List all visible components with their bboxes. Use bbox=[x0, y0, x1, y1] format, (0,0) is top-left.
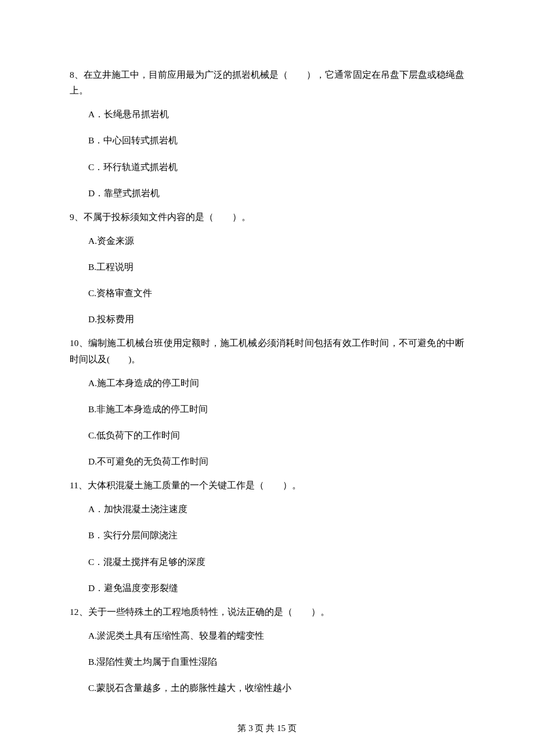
option-a: A．加快混凝土浇注速度 bbox=[70, 501, 464, 517]
option-a: A.施工本身造成的停工时间 bbox=[70, 375, 464, 391]
option-c: C．混凝土搅拌有足够的深度 bbox=[70, 554, 464, 570]
option-d: D.不可避免的无负荷工作时间 bbox=[70, 453, 464, 469]
page-content: 8、在立井施工中，目前应用最为广泛的抓岩机械是（ ），它通常固定在吊盘下层盘或稳… bbox=[0, 0, 534, 696]
question-text: 11、大体积混凝土施工质量的一个关键工作是（ ）。 bbox=[70, 477, 464, 493]
option-b: B.工程说明 bbox=[70, 259, 464, 275]
option-b: B．中心回转式抓岩机 bbox=[70, 132, 464, 148]
question-8: 8、在立井施工中，目前应用最为广泛的抓岩机械是（ ），它通常固定在吊盘下层盘或稳… bbox=[70, 67, 464, 201]
option-c: C.资格审查文件 bbox=[70, 285, 464, 301]
option-b: B.湿陷性黄土均属于自重性湿陷 bbox=[70, 654, 464, 669]
page-footer: 第 3 页 共 15 页 bbox=[0, 723, 534, 734]
option-a: A．长绳悬吊抓岩机 bbox=[70, 106, 464, 122]
question-9: 9、不属于投标须知文件内容的是（ ）。 A.资金来源 B.工程说明 C.资格审查… bbox=[70, 209, 464, 327]
option-b: B.非施工本身造成的停工时间 bbox=[70, 401, 464, 417]
option-d: D.投标费用 bbox=[70, 311, 464, 327]
option-c: C.低负荷下的工作时间 bbox=[70, 427, 464, 443]
option-d: D．避免温度变形裂缝 bbox=[70, 580, 464, 596]
question-text: 10、编制施工机械台班使用定额时，施工机械必须消耗时间包括有效工作时间，不可避免… bbox=[70, 335, 464, 366]
question-10: 10、编制施工机械台班使用定额时，施工机械必须消耗时间包括有效工作时间，不可避免… bbox=[70, 335, 464, 469]
option-c: C．环行轨道式抓岩机 bbox=[70, 159, 464, 175]
question-text: 9、不属于投标须知文件内容的是（ ）。 bbox=[70, 209, 464, 225]
option-a: A.资金来源 bbox=[70, 233, 464, 249]
question-11: 11、大体积混凝土施工质量的一个关键工作是（ ）。 A．加快混凝土浇注速度 B．… bbox=[70, 477, 464, 596]
question-12: 12、关于一些特殊土的工程地质特性，说法正确的是（ ）。 A.淤泥类土具有压缩性… bbox=[70, 604, 464, 696]
option-a: A.淤泥类土具有压缩性高、较显着的蠕变性 bbox=[70, 628, 464, 643]
option-b: B．实行分层间隙浇注 bbox=[70, 527, 464, 543]
question-text: 12、关于一些特殊土的工程地质特性，说法正确的是（ ）。 bbox=[70, 604, 464, 620]
option-d: D．靠壁式抓岩机 bbox=[70, 185, 464, 201]
option-c: C.蒙脱石含量越多，土的膨胀性越大，收缩性越小 bbox=[70, 680, 464, 696]
question-text: 8、在立井施工中，目前应用最为广泛的抓岩机械是（ ），它通常固定在吊盘下层盘或稳… bbox=[70, 67, 464, 98]
